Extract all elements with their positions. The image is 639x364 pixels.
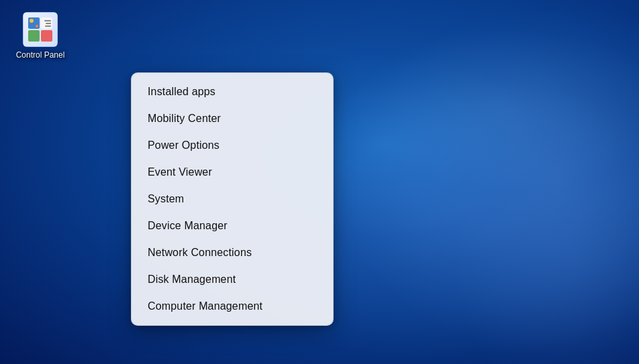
menu-item-disk-management[interactable]: Disk Management: [132, 266, 333, 293]
control-panel-label: Control Panel: [16, 50, 65, 61]
menu-item-system[interactable]: System: [132, 186, 333, 213]
menu-item-event-viewer[interactable]: Event Viewer: [132, 159, 333, 186]
menu-item-network-connections[interactable]: Network Connections: [132, 239, 333, 266]
context-menu: Installed appsMobility CenterPower Optio…: [131, 72, 334, 326]
desktop: Control Panel Installed appsMobility Cen…: [0, 0, 639, 364]
menu-item-device-manager[interactable]: Device Manager: [132, 213, 333, 239]
control-panel-icon-image: [23, 12, 58, 47]
menu-item-power-options[interactable]: Power Options: [132, 132, 333, 159]
menu-item-mobility-center[interactable]: Mobility Center: [132, 105, 333, 132]
control-panel-icon[interactable]: Control Panel: [13, 12, 67, 61]
menu-item-computer-management[interactable]: Computer Management: [132, 293, 333, 320]
menu-item-installed-apps[interactable]: Installed apps: [132, 78, 333, 105]
